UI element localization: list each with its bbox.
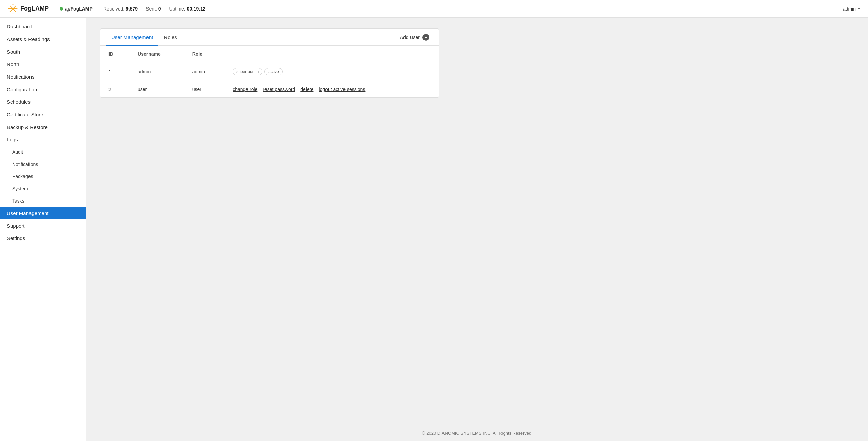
admin-menu[interactable]: admin ▾ — [843, 6, 860, 12]
sidebar-item-system[interactable]: System — [0, 183, 86, 195]
action-delete[interactable]: delete — [300, 87, 313, 92]
col-username: Username — [130, 46, 184, 62]
tabs-bar: User ManagementRolesAdd User● — [100, 29, 439, 46]
sidebar-item-user-management[interactable]: User Management — [0, 207, 86, 219]
cell-id: 1 — [100, 62, 130, 81]
received-value: 9,579 — [126, 6, 138, 12]
app-logo-text: FogLAMP — [20, 5, 49, 12]
svg-point-8 — [17, 8, 18, 9]
status-badge: super admin — [233, 68, 262, 75]
logo-area: FogLAMP — [8, 4, 49, 14]
sidebar-item-backup-restore[interactable]: Backup & Restore — [0, 121, 86, 133]
sidebar-item-certificate-store[interactable]: Certificate Store — [0, 108, 86, 121]
table-row: 2useruserchange rolereset passworddelete… — [100, 81, 439, 98]
sidebar-item-dashboard[interactable]: Dashboard — [0, 20, 86, 33]
svg-point-5 — [13, 4, 14, 5]
connection-status: aj/FogLAMP — [60, 6, 93, 12]
action-reset-password[interactable]: reset password — [263, 87, 295, 92]
table-body: 1adminadminsuper adminactive2userusercha… — [100, 62, 439, 98]
col-id: ID — [100, 46, 130, 62]
table-header: IDUsernameRole — [100, 46, 439, 62]
header: FogLAMP aj/FogLAMP Received: 9,579 Sent:… — [0, 0, 868, 18]
user-table: IDUsernameRole 1adminadminsuper adminact… — [100, 46, 439, 97]
svg-point-7 — [8, 8, 9, 9]
svg-point-6 — [13, 12, 14, 13]
sidebar-item-notifications[interactable]: Notifications — [0, 71, 86, 83]
connection-name: aj/FogLAMP — [65, 6, 93, 12]
app-layout: DashboardAssets & ReadingsSouthNorthNoti… — [0, 18, 868, 441]
action-change-role[interactable]: change role — [233, 87, 257, 92]
table-row: 1adminadminsuper adminactive — [100, 62, 439, 81]
user-management-tab[interactable]: User Management — [106, 29, 158, 46]
roles-tab[interactable]: Roles — [158, 29, 182, 46]
cell-username: user — [130, 81, 184, 98]
cell-username: admin — [130, 62, 184, 81]
sidebar-item-logs-notifications[interactable]: Notifications — [0, 158, 86, 170]
user-management-card: User ManagementRolesAdd User● IDUsername… — [100, 28, 439, 98]
cell-badges-actions: super adminactive — [224, 62, 439, 81]
sent-value: 0 — [158, 6, 161, 12]
sidebar-item-north[interactable]: North — [0, 58, 86, 71]
cell-role: admin — [184, 62, 225, 81]
user-icon: ● — [422, 34, 429, 41]
add-user-label: Add User — [400, 35, 420, 40]
footer-text: © 2020 DIANOMIC SYSTEMS INC. All Rights … — [422, 430, 533, 436]
uptime-stat: Uptime: 00:19:12 — [169, 6, 205, 12]
col-actions — [224, 46, 439, 62]
sidebar-item-packages[interactable]: Packages — [0, 170, 86, 183]
action-logout-active-sessions[interactable]: logout active sessions — [319, 87, 365, 92]
sidebar: DashboardAssets & ReadingsSouthNorthNoti… — [0, 18, 86, 441]
main-content: User ManagementRolesAdd User● IDUsername… — [86, 18, 868, 425]
foglamp-logo-icon — [8, 4, 18, 14]
uptime-value: 00:19:12 — [187, 6, 206, 12]
sidebar-item-configuration[interactable]: Configuration — [0, 83, 86, 96]
cell-id: 2 — [100, 81, 130, 98]
sidebar-item-south[interactable]: South — [0, 45, 86, 58]
sidebar-item-logs[interactable]: Logs — [0, 133, 86, 146]
received-stat: Received: 9,579 — [103, 6, 138, 12]
main-area: User ManagementRolesAdd User● IDUsername… — [86, 18, 868, 441]
col-role: Role — [184, 46, 225, 62]
chevron-down-icon: ▾ — [858, 6, 860, 11]
page-footer: © 2020 DIANOMIC SYSTEMS INC. All Rights … — [86, 425, 868, 441]
sent-label: Sent: — [146, 6, 157, 12]
sidebar-item-assets-readings[interactable]: Assets & Readings — [0, 33, 86, 45]
status-badge: active — [264, 68, 282, 75]
uptime-label: Uptime: — [169, 6, 185, 12]
sidebar-item-tasks[interactable]: Tasks — [0, 195, 86, 207]
admin-label: admin — [843, 6, 856, 12]
sidebar-item-support[interactable]: Support — [0, 219, 86, 232]
sidebar-item-schedules[interactable]: Schedules — [0, 96, 86, 108]
add-user-button[interactable]: Add User● — [396, 32, 433, 43]
sidebar-item-settings[interactable]: Settings — [0, 232, 86, 245]
sidebar-item-audit[interactable]: Audit — [0, 146, 86, 158]
cell-role: user — [184, 81, 225, 98]
table-header-row: IDUsernameRole — [100, 46, 439, 62]
received-label: Received: — [103, 6, 124, 12]
sent-stat: Sent: 0 — [146, 6, 161, 12]
cell-badges-actions: change rolereset passworddeletelogout ac… — [224, 81, 439, 98]
status-indicator — [60, 7, 63, 11]
stats-area: Received: 9,579 Sent: 0 Uptime: 00:19:12 — [103, 6, 843, 12]
